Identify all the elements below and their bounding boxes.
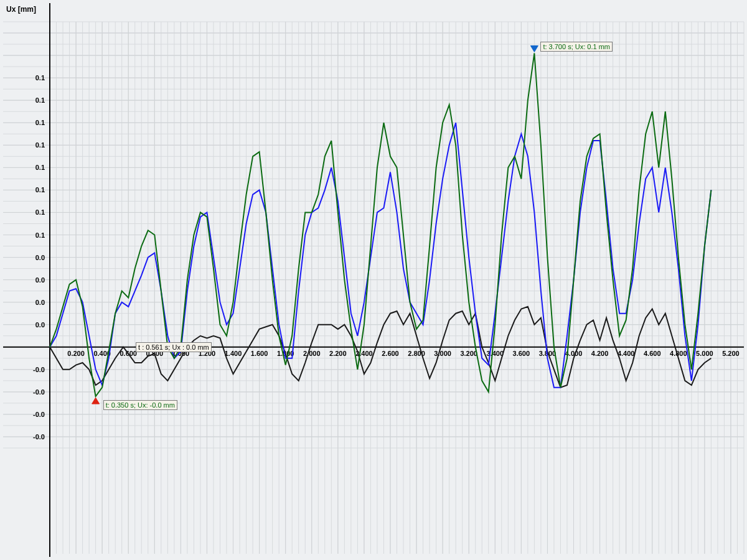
svg-text:0.1: 0.1: [35, 141, 45, 149]
svg-text:-0.0: -0.0: [33, 433, 45, 441]
svg-text:0.1: 0.1: [35, 119, 45, 126]
svg-text:2.600: 2.600: [382, 350, 399, 357]
y-axis-label: Ux [mm]: [6, 5, 36, 14]
svg-text:4.800: 4.800: [670, 350, 687, 357]
svg-text:-0.0: -0.0: [33, 411, 45, 418]
svg-text:3.200: 3.200: [460, 350, 477, 357]
svg-text:3.000: 3.000: [434, 350, 451, 357]
svg-text:1.400: 1.400: [225, 350, 242, 357]
svg-text:2.200: 2.200: [329, 350, 347, 357]
svg-text:0.0: 0.0: [35, 299, 45, 306]
svg-text:0.0: 0.0: [35, 276, 45, 284]
svg-text:5.000: 5.000: [696, 350, 713, 357]
svg-text:4.200: 4.200: [591, 350, 609, 357]
line-chart[interactable]: 0.2000.4000.6000.8001.0001.2001.4001.600…: [0, 0, 747, 560]
svg-text:0.1: 0.1: [35, 186, 45, 194]
svg-text:-0.0: -0.0: [33, 366, 45, 373]
svg-text:0.1: 0.1: [35, 164, 45, 171]
marker-min-icon: [92, 398, 100, 404]
svg-text:5.200: 5.200: [722, 350, 740, 357]
svg-text:0.1: 0.1: [35, 74, 45, 82]
svg-text:0.1: 0.1: [35, 231, 45, 239]
svg-text:0.0: 0.0: [35, 254, 45, 261]
svg-text:2.000: 2.000: [303, 350, 321, 357]
svg-text:0.0: 0.0: [35, 321, 45, 329]
svg-text:-0.0: -0.0: [33, 388, 45, 396]
svg-text:4.600: 4.600: [644, 350, 661, 357]
svg-text:0.200: 0.200: [67, 350, 85, 357]
chart-container: Ux [mm] 0.2000.4000.6000.8001.0001.2001.…: [0, 0, 747, 560]
annotation-label: t: 0.350 s; Ux: -0.0 mm: [103, 400, 177, 410]
annotation-label: t : 0.561 s; Ux : 0.0 mm: [136, 342, 212, 352]
svg-text:4.400: 4.400: [618, 350, 635, 357]
svg-text:3.600: 3.600: [513, 350, 530, 357]
svg-text:0.1: 0.1: [35, 208, 45, 216]
svg-text:0.1: 0.1: [35, 96, 45, 104]
svg-text:1.600: 1.600: [251, 350, 268, 357]
marker-max-icon: [530, 45, 538, 52]
annotation-label: t: 3.700 s; Ux: 0.1 mm: [540, 42, 613, 52]
